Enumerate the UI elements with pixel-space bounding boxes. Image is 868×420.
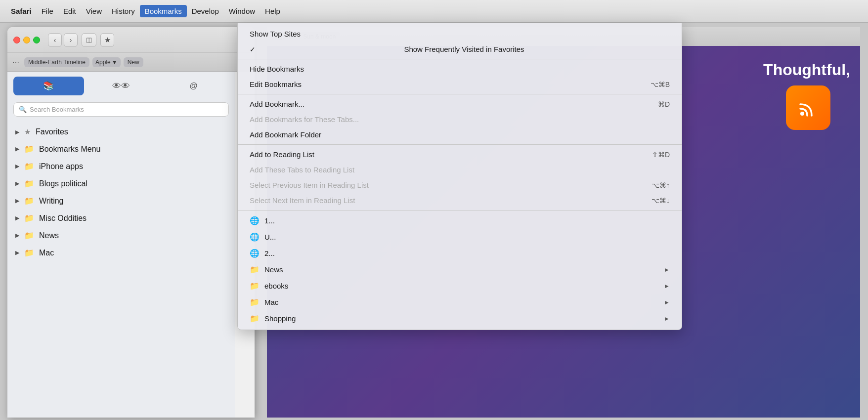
chevron-icon: ▶ (15, 232, 19, 239)
nav-buttons: ‹ › (48, 33, 78, 47)
sidebar-label-mac: Mac (39, 249, 54, 257)
menu-bm-url2[interactable]: 🌐 U... (238, 229, 682, 245)
menu-item-add-tabs-reading: Add These Tabs to Reading List (238, 162, 682, 177)
sidebar-label-favorites: Favorites (36, 127, 68, 136)
menubar-safari[interactable]: Safari (6, 5, 37, 17)
menu-bm-mac[interactable]: 📁 Mac ► (238, 294, 682, 310)
menu-item-add-bookmark-folder[interactable]: Add Bookmark Folder (238, 127, 682, 142)
sidebar-list: ▶ ★ Favorites ▶ 📁 Bookmarks Menu ▶ 📁 iPh… (7, 122, 235, 263)
search-icon: 🔍 (19, 106, 27, 113)
svg-point-0 (800, 112, 804, 116)
chevron-icon: ▶ (15, 129, 19, 135)
menubar-help[interactable]: Help (260, 5, 285, 17)
menu-item-show-freq-visited[interactable]: Show Frequently Visited in Favorites (238, 42, 682, 57)
sidebar-item-blogs-political[interactable]: ▶ 📁 Blogs political (7, 175, 235, 192)
menu-bm-ebooks[interactable]: 📁 ebooks ► (238, 278, 682, 294)
folder-icon: 📁 (24, 231, 34, 240)
menu-item-hide-bookmarks[interactable]: Hide Bookmarks (238, 61, 682, 77)
maximize-button[interactable] (33, 37, 40, 43)
chevron-icon: ▶ (15, 198, 19, 204)
chevron-icon: ▶ (15, 163, 19, 169)
sidebar-item-favorites[interactable]: ▶ ★ Favorites (7, 124, 235, 140)
sidebar-tab-bookmarks[interactable]: 📚 (13, 77, 84, 95)
menubar-view[interactable]: View (81, 5, 107, 17)
globe-icon: 🌐 (250, 249, 260, 258)
menu-shortcut-add-reading-list: ⇧⌘D (652, 151, 670, 159)
sidebar-item-writing[interactable]: ▶ 📁 Writing (7, 192, 235, 210)
bm-label-url3: 2... (264, 249, 665, 257)
menu-item-select-next-reading: Select Next Item in Reading List ⌥⌘↓ (238, 193, 682, 208)
menu-item-add-reading-list[interactable]: Add to Reading List ⇧⌘D (238, 147, 682, 162)
bm-label-url1: 1... (264, 216, 665, 225)
folder-icon: 📁 (24, 248, 34, 257)
menu-bm-url3[interactable]: 🌐 2... (238, 245, 682, 261)
globe-icon: 🌐 (250, 216, 260, 225)
chevron-icon: ▶ (15, 180, 19, 187)
bm-label-mac: Mac (264, 298, 659, 306)
menu-item-select-prev-reading: Select Previous Item in Reading List ⌥⌘↑ (238, 177, 682, 193)
menu-shortcut-select-next: ⌥⌘↓ (651, 197, 670, 205)
globe-icon: 🌐 (250, 232, 260, 242)
sidebar-label-bookmarks-menu: Bookmarks Menu (39, 145, 101, 154)
sidebar-toggle-button[interactable]: ◫ (82, 33, 96, 47)
folder-icon: 📁 (250, 314, 260, 323)
bookmark-star-button[interactable]: ★ (100, 33, 114, 47)
sidebar-tab-reading[interactable]: 👁👁 (86, 77, 157, 95)
menubar-window[interactable]: Window (224, 5, 260, 17)
sidebar-label-misc-oddities: Misc Oddities (39, 214, 87, 223)
star-icon: ★ (24, 127, 31, 136)
sidebar-item-news[interactable]: ▶ 📁 News (7, 227, 235, 244)
menubar-history[interactable]: History (107, 5, 140, 17)
menu-shortcut-edit-bookmarks: ⌥⌘B (651, 81, 670, 88)
sidebar-label-news: News (39, 231, 59, 240)
search-placeholder: Search Bookmarks (30, 106, 84, 113)
minimize-button[interactable] (23, 37, 30, 43)
menu-item-add-bookmarks-tabs: Add Bookmarks for These Tabs... (238, 112, 682, 127)
menu-label-select-prev-reading: Select Previous Item in Reading List (250, 181, 369, 189)
chevron-icon: ▶ (15, 146, 19, 152)
tab-new[interactable]: New (124, 57, 143, 67)
tab-middle-earth[interactable]: Middle-Earth Timeline (24, 57, 89, 67)
menu-label-add-bookmark-folder: Add Bookmark Folder (250, 130, 321, 139)
tab-apple[interactable]: Apple ▼ (92, 57, 121, 67)
sidebar-item-bookmarks-menu[interactable]: ▶ 📁 Bookmarks Menu (7, 140, 235, 158)
arrow-right-icon: ► (664, 266, 670, 273)
back-button[interactable]: ‹ (48, 33, 62, 47)
menu-label-add-bookmarks-tabs: Add Bookmarks for These Tabs... (250, 115, 359, 124)
menubar-file[interactable]: File (37, 5, 58, 17)
menu-label-show-freq-visited: Show Frequently Visited in Favorites (404, 45, 524, 53)
menubar: Safari File Edit View History Bookmarks … (0, 0, 868, 23)
sidebar-item-mac[interactable]: ▶ 📁 Mac (7, 244, 235, 261)
sidebar-label-iphone-apps: iPhone apps (39, 162, 83, 171)
menubar-bookmarks[interactable]: Bookmarks (140, 5, 187, 17)
separator-3 (238, 144, 682, 145)
folder-icon: 📁 (250, 297, 260, 307)
sidebar-item-misc-oddities[interactable]: ▶ 📁 Misc Oddities (7, 210, 235, 227)
menu-bm-url1[interactable]: 🌐 1... (238, 212, 682, 229)
separator-2 (238, 94, 682, 94)
rss-widget[interactable] (786, 85, 830, 130)
menu-shortcut-add-bookmark: ⌘D (658, 100, 670, 108)
arrow-right-icon: ► (664, 299, 670, 306)
menubar-edit[interactable]: Edit (58, 5, 81, 17)
close-button[interactable] (13, 37, 20, 43)
arrow-right-icon: ► (664, 283, 670, 290)
folder-icon: 📁 (24, 162, 34, 171)
menu-item-add-bookmark[interactable]: Add Bookmark... ⌘D (238, 96, 682, 112)
menu-label-add-bookmark: Add Bookmark... (250, 100, 304, 108)
search-bar[interactable]: 🔍 Search Bookmarks (13, 102, 229, 117)
menu-label-add-tabs-reading: Add These Tabs to Reading List (250, 166, 354, 174)
forward-button[interactable]: › (64, 33, 78, 47)
sidebar-tab-at[interactable]: @ (158, 77, 229, 95)
menubar-develop[interactable]: Develop (187, 5, 224, 17)
sidebar-tabs: 📚 👁👁 @ (7, 72, 235, 100)
separator-4 (238, 210, 682, 210)
menu-label-hide-bookmarks: Hide Bookmarks (250, 65, 304, 73)
menu-item-show-top-sites[interactable]: Show Top Sites (238, 26, 682, 42)
menu-label-show-top-sites: Show Top Sites (250, 30, 301, 38)
sidebar-item-iphone-apps[interactable]: ▶ 📁 iPhone apps (7, 158, 235, 175)
grid-icon: ⋯ (12, 58, 19, 66)
menu-bm-shopping[interactable]: 📁 Shopping ► (238, 310, 682, 327)
menu-item-edit-bookmarks[interactable]: Edit Bookmarks ⌥⌘B (238, 77, 682, 92)
menu-bm-news[interactable]: 📁 News ► (238, 261, 682, 278)
